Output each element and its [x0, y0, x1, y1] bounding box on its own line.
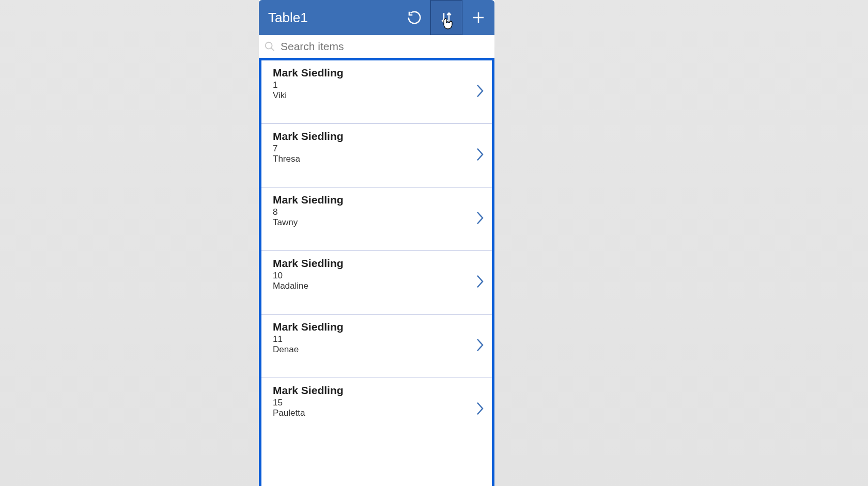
refresh-icon: [407, 10, 422, 25]
item-title: Mark Siedling: [273, 67, 483, 79]
list-item[interactable]: Mark Siedling 8 Tawny: [261, 187, 492, 251]
list-item[interactable]: Mark Siedling 10 Madaline: [261, 251, 492, 315]
search-input[interactable]: [280, 40, 489, 53]
open-item-button[interactable]: [475, 401, 485, 418]
chevron-right-icon: [475, 210, 485, 226]
item-subtitle-2: Madaline: [273, 281, 483, 291]
item-subtitle-2: Pauletta: [273, 408, 483, 418]
chevron-right-icon: [475, 401, 485, 416]
chevron-right-icon: [475, 274, 485, 289]
item-subtitle-1: 11: [273, 334, 483, 344]
item-subtitle-1: 1: [273, 80, 483, 90]
item-title: Mark Siedling: [273, 130, 483, 143]
sort-button[interactable]: [430, 0, 462, 35]
open-item-button[interactable]: [475, 274, 485, 291]
item-subtitle-2: Denae: [273, 344, 483, 355]
item-subtitle-2: Thresa: [273, 154, 483, 164]
list-item[interactable]: Mark Siedling 15 Pauletta: [261, 378, 492, 441]
list-item[interactable]: Mark Siedling 11 Denae: [261, 315, 492, 378]
header-actions: [398, 0, 494, 35]
search-bar: [259, 35, 494, 58]
screen-title: Table1: [259, 10, 398, 26]
item-subtitle-2: Viki: [273, 90, 483, 101]
sort-icon: [439, 10, 454, 25]
list-item[interactable]: Mark Siedling 1 Viki: [261, 60, 492, 124]
canvas-background: Table1: [0, 0, 868, 486]
svg-point-0: [266, 42, 272, 49]
open-item-button[interactable]: [475, 337, 485, 355]
item-subtitle-1: 8: [273, 207, 483, 217]
chevron-right-icon: [475, 337, 485, 353]
item-subtitle-2: Tawny: [273, 217, 483, 228]
list-item[interactable]: Mark Siedling 7 Thresa: [261, 124, 492, 187]
item-title: Mark Siedling: [273, 257, 483, 270]
item-subtitle-1: 10: [273, 271, 483, 281]
item-title: Mark Siedling: [273, 194, 483, 206]
open-item-button[interactable]: [475, 83, 485, 101]
item-subtitle-1: 15: [273, 398, 483, 408]
refresh-button[interactable]: [398, 0, 430, 35]
app-phone-frame: Table1: [259, 0, 494, 486]
item-subtitle-1: 7: [273, 144, 483, 154]
plus-icon: [471, 10, 486, 25]
app-header: Table1: [259, 0, 494, 35]
search-icon: [264, 41, 275, 52]
chevron-right-icon: [475, 83, 485, 99]
item-title: Mark Siedling: [273, 384, 483, 397]
open-item-button[interactable]: [475, 210, 485, 228]
browse-gallery[interactable]: Mark Siedling 1 Viki Mark Siedling 7 Thr…: [259, 58, 494, 486]
open-item-button[interactable]: [475, 147, 485, 164]
item-title: Mark Siedling: [273, 321, 483, 333]
add-button[interactable]: [462, 0, 494, 35]
chevron-right-icon: [475, 147, 485, 162]
